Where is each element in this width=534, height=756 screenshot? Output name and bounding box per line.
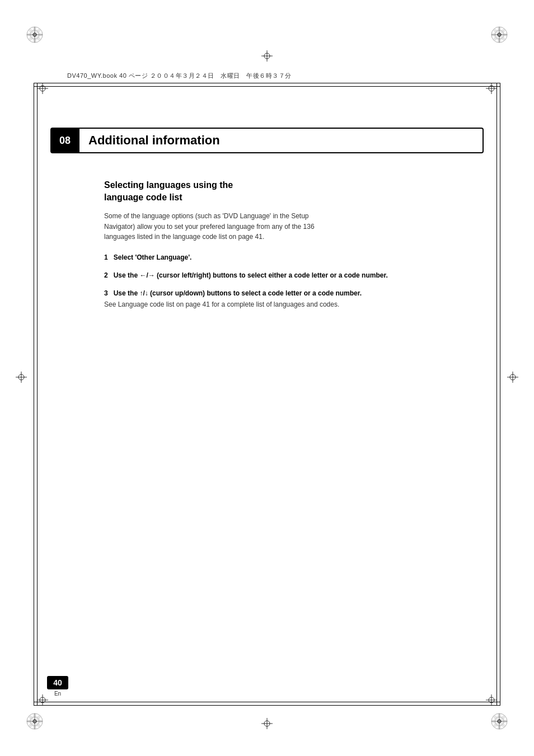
svg-point-24 [491, 33, 497, 36]
crosshair-right-center [507, 372, 518, 385]
svg-point-33 [37, 720, 43, 723]
crosshair-top-center [261, 50, 273, 64]
reg-mark-top-left [25, 25, 45, 45]
step-2-text: 2 Use the ←/→ (cursor left/right) button… [104, 270, 484, 280]
svg-point-44 [498, 713, 501, 719]
content-area: Selecting languages using the language c… [104, 179, 484, 318]
border-bottom-inner [34, 702, 500, 702]
border-bottom-outer [34, 705, 500, 706]
border-right-inner [496, 83, 497, 706]
svg-point-22 [498, 37, 501, 43]
chapter-title-text: Additional information [88, 133, 220, 148]
border-left-outer [34, 83, 34, 706]
svg-point-9 [33, 37, 36, 43]
border-top-inner [34, 86, 500, 87]
svg-point-31 [33, 713, 36, 719]
border-right-outer [500, 83, 500, 706]
crosshair-left-center [16, 372, 27, 385]
crosshair-bottom-center [261, 718, 273, 731]
page-number: 40 [47, 676, 68, 689]
step-3-text-bold: 3 Use the ↑/↓ (cursor up/down) buttons t… [104, 288, 484, 298]
chapter-number: 08 [50, 128, 79, 153]
corner-crosshair-bl [37, 694, 48, 706]
border-left-inner [37, 83, 38, 706]
svg-point-50 [491, 720, 497, 723]
step-2: 2 Use the ←/→ (cursor left/right) button… [104, 270, 484, 280]
svg-point-48 [498, 724, 501, 729]
svg-point-11 [27, 33, 32, 36]
page-lang: En [47, 691, 68, 697]
svg-point-20 [502, 33, 507, 36]
reg-mark-bottom-right [489, 711, 509, 731]
page-number-area: 40 En [47, 676, 68, 697]
corner-crosshair-br [486, 694, 497, 706]
svg-point-46 [502, 720, 507, 723]
corner-crosshair-tl [37, 83, 48, 94]
svg-point-5 [33, 27, 36, 32]
reg-mark-bottom-left [25, 711, 45, 731]
step-1: 1 Select 'Other Language'. [104, 252, 484, 262]
section-title: Selecting languages using the language c… [104, 179, 484, 203]
svg-point-37 [27, 720, 32, 723]
border-top-outer [34, 83, 500, 83]
reg-mark-top-right [489, 25, 509, 45]
step-1-text: 1 Select 'Other Language'. [104, 252, 484, 262]
corner-crosshair-tr [486, 83, 497, 94]
file-info-text: DV470_WY.book 40 ページ ２００４年３月２４日 水曜日 午後６時… [67, 72, 292, 80]
page: DV470_WY.book 40 ページ ２００４年３月２４日 水曜日 午後６時… [0, 0, 534, 756]
section-intro: Some of the language options (such as 'D… [104, 211, 317, 242]
svg-point-18 [498, 27, 501, 32]
step-3: 3 Use the ↑/↓ (cursor up/down) buttons t… [104, 288, 484, 310]
step-3-text-normal: See Language code list on page 41 for a … [104, 299, 484, 310]
svg-point-35 [33, 724, 36, 729]
svg-point-7 [37, 33, 43, 36]
chapter-title-box: Additional information [79, 128, 484, 153]
chapter-header: 08 Additional information [50, 128, 484, 153]
